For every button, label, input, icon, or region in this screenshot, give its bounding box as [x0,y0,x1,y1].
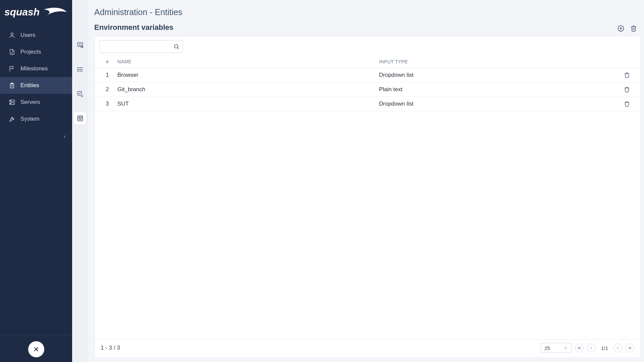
cell-name: Git_branch [114,86,379,93]
svg-line-33 [177,48,178,49]
search-icon[interactable] [173,44,179,50]
add-button[interactable] [617,25,625,32]
cell-name: Browser [114,72,379,78]
chevron-down-icon [563,346,568,350]
sidebar-item-entities[interactable]: Entities [0,77,72,94]
sidebar-item-system[interactable]: System [0,111,72,127]
page-size-value: 25 [544,345,550,351]
table-row[interactable]: 3SUTDropdown list [95,97,640,111]
page-subtitle: Environment variables [94,21,173,36]
page-next-button[interactable] [613,344,622,352]
sidebar-item-projects[interactable]: Projects [0,44,72,60]
cell-type: Dropdown list [379,72,620,78]
sidebar: squash UsersProjectsMilestonesEntitiesSe… [0,0,72,362]
table-body: 1BrowserDropdown list2Git_branchPlain te… [95,68,640,339]
sidebar-item-label: Users [20,32,35,39]
search-box [99,40,183,53]
sidebar-nav: UsersProjectsMilestonesEntitiesServersSy… [0,27,72,127]
col-index[interactable]: # [101,59,114,64]
file-icon [9,49,15,55]
svg-point-24 [77,71,78,71]
table-row[interactable]: 2Git_branchPlain text [95,82,640,97]
clipboard-icon [9,82,15,89]
cell-type: Dropdown list [379,101,620,107]
main: Administration - Entities Environment va… [88,0,644,362]
page-prev-button[interactable] [587,344,596,352]
sidebar-item-label: Milestones [20,65,48,72]
secondary-rail [72,0,88,362]
sidebar-collapse-button[interactable] [61,133,68,140]
range-label: 1 - 3 / 3 [101,345,120,351]
svg-point-1 [11,33,13,35]
sidebar-item-label: Servers [20,99,40,106]
row-delete-button[interactable] [620,72,634,78]
brand-logo: squash [0,0,72,27]
row-delete-button[interactable] [620,86,634,93]
sidebar-item-label: System [20,116,40,122]
pager: 25 1/1 [541,343,634,353]
close-button[interactable] [28,341,44,357]
svg-point-32 [174,45,178,48]
wrench-icon [9,116,15,122]
content-panel: # NAME INPUT TYPE 1BrowserDropdown list2… [94,36,641,358]
row-delete-button[interactable] [620,101,634,107]
svg-text:squash: squash [4,6,40,17]
svg-point-23 [77,69,78,70]
svg-point-11 [10,103,11,104]
svg-rect-27 [78,117,81,118]
page-title: Administration - Entities [94,5,641,21]
svg-point-22 [77,67,78,68]
cell-name: SUT [114,101,379,107]
page-first-button[interactable] [575,344,584,352]
rail-btn-2[interactable] [74,63,87,76]
cell-index: 1 [101,72,114,78]
table-row[interactable]: 1BrowserDropdown list [95,68,640,82]
page-info: 1/1 [599,345,610,351]
user-icon [9,32,15,39]
sidebar-item-users[interactable]: Users [0,27,72,44]
svg-point-10 [10,101,11,101]
cell-type: Plain text [379,86,620,93]
table-header: # NAME INPUT TYPE [95,54,640,68]
server-icon [9,99,15,106]
page-size-select[interactable]: 25 [541,343,572,353]
col-name[interactable]: NAME [114,59,379,64]
table-footer: 1 - 3 / 3 25 1/1 [95,339,640,358]
cell-index: 2 [101,86,114,93]
rail-btn-4-environment[interactable] [74,112,87,125]
flag-icon [9,65,15,72]
sidebar-item-servers[interactable]: Servers [0,94,72,111]
sidebar-item-label: Projects [20,49,41,55]
cell-index: 3 [101,101,114,107]
sidebar-item-label: Entities [20,82,39,89]
sidebar-item-milestones[interactable]: Milestones [0,60,72,77]
rail-btn-1[interactable] [74,39,87,51]
col-inputtype[interactable]: INPUT TYPE [379,59,620,64]
page-last-button[interactable] [626,344,634,352]
svg-line-18 [82,47,83,48]
rail-btn-3[interactable] [74,87,87,100]
delete-button[interactable] [630,25,637,32]
search-input[interactable] [103,44,173,50]
